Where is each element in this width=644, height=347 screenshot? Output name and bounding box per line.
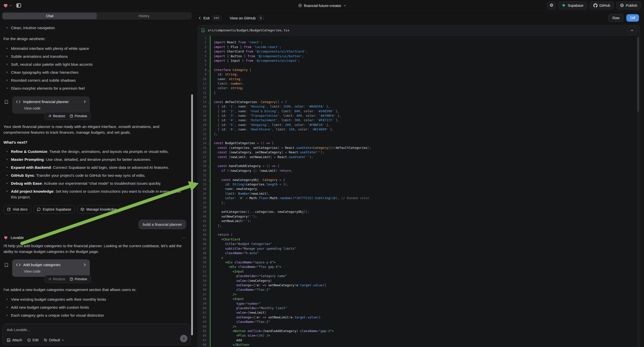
publish-button[interactable]: Publish: [616, 2, 641, 10]
chevron-up-icon: [630, 29, 634, 31]
code-line: 45 <ChartCard: [198, 237, 640, 242]
code-line: 58 <Input: [198, 297, 640, 301]
attach-button[interactable]: Attach: [7, 338, 22, 342]
esc-key-badge: ESC: [212, 16, 221, 20]
gear-icon: ⚙: [550, 3, 554, 8]
restore-button[interactable]: ↺ Restore: [48, 277, 65, 281]
edit-button[interactable]: Edit: [27, 338, 38, 342]
code-line: 17 { id: '2', name: 'Food & Dining', lim…: [198, 109, 640, 114]
code-line: 7: [198, 63, 640, 68]
chat-scrollbar-thumb[interactable]: [191, 94, 193, 335]
version-card-add-budget-categories[interactable]: Add budget categories View code ↺ Restor…: [12, 260, 90, 277]
visit-docs-button[interactable]: Visit docs: [4, 205, 31, 214]
chevron-down-icon: [62, 339, 64, 341]
code-line: 32 const newCategoryObj: Category = {: [198, 178, 640, 182]
code-line: 51 <div className="flex gap-4">: [198, 264, 640, 269]
bookmark-icon[interactable]: [4, 100, 8, 104]
external-link-icon: [7, 208, 10, 211]
code-line: 13}: [198, 90, 640, 95]
code-lines[interactable]: 1 2import React from 'react';3import { P…: [198, 36, 640, 347]
list-item: Glass-morphic elements for a premium fee…: [11, 86, 186, 91]
external-link-icon: [70, 114, 73, 118]
send-button[interactable]: [180, 335, 188, 342]
code-line: 15const defaultCategories: Category[] = …: [198, 100, 640, 104]
list-item: Debug with Ease: Activate our experiment…: [11, 180, 186, 186]
list-item: Subtle animations and transitions: [11, 54, 186, 59]
file-header[interactable]: src/components/budget/BudgetCategories.t…: [198, 25, 640, 36]
version-card-implement-financial-planner[interactable]: Implement financial planner View code ↺ …: [12, 96, 90, 114]
chat-scroll-area[interactable]: Clean, intuitive navigation For the desi…: [0, 22, 192, 324]
code-line: 48 className="h-auto": [198, 251, 640, 256]
code-line: 49 >: [198, 256, 640, 260]
github-button[interactable]: GitHub: [590, 2, 614, 10]
code-line: 21 { id: '6', name: 'Healthcare', limit:…: [198, 127, 640, 132]
code-line: 33 id: String(categories.length + 1),: [198, 182, 640, 187]
code-line: 5import { Button } from '@/components/ui…: [198, 54, 640, 58]
tab-history[interactable]: History: [97, 13, 191, 19]
list-item: Clean typography with clear hierarchies: [11, 70, 186, 75]
code-line: 34 name: newCategory,: [198, 187, 640, 191]
toggle-sidebar-button[interactable]: [14, 1, 23, 10]
code-line: 3import { Plus } from 'lucide-react';: [198, 45, 640, 49]
file-path: src/components/budget/BudgetCategories.t…: [208, 28, 290, 32]
code-line: 66 <Plus size={16} />: [198, 333, 640, 338]
code-scrollbar-thumb[interactable]: [637, 37, 639, 112]
code-line: 35 limit: Number(newLimit),: [198, 192, 640, 196]
explore-supabase-button[interactable]: Explore Supabase: [34, 205, 75, 214]
restore-button[interactable]: ↺ Restore: [48, 114, 65, 118]
design-bullet-list: Minimalist interface with plenty of whit…: [4, 46, 186, 91]
message-menu-icon[interactable]: ⋯: [182, 235, 186, 240]
code-line: 12 color: string;: [198, 86, 640, 90]
target-icon: [27, 338, 31, 342]
code-line: 62 onChange={(e) => setNewLimit(e.target…: [198, 315, 640, 320]
publish-label: Publish: [626, 4, 637, 8]
prompt-box[interactable]: Ask Lovable... Attach: [2, 324, 191, 345]
code-line: 41 setNewLimit('');: [198, 219, 640, 223]
view-on-github-button[interactable]: View on GitHub G: [230, 16, 264, 20]
exit-button[interactable]: Exit ESC: [199, 16, 221, 20]
view-code-link[interactable]: View code: [24, 106, 86, 110]
code-line: 40 setNewCategory('');: [198, 214, 640, 219]
chat-history-tabs: Chat History: [2, 12, 192, 20]
external-link-icon: [70, 278, 73, 281]
mode-selector[interactable]: Default: [44, 338, 64, 342]
code-line: 1: [198, 36, 640, 40]
preview-button[interactable]: Preview: [70, 114, 87, 118]
code-line: 20 { id: '5', name: 'Shopping', limit: 2…: [198, 123, 640, 127]
code-toolbar: Exit ESC View on GitHub G Raw Diff: [198, 11, 640, 25]
code-scrollbar[interactable]: [637, 36, 639, 347]
supabase-button[interactable]: Supabase: [558, 2, 587, 10]
diff-toggle-button[interactable]: Diff: [626, 14, 639, 22]
arrow-up-icon: [182, 337, 186, 340]
manage-knowledge-button[interactable]: Manage knowledge: [77, 205, 120, 214]
code-panel: Exit ESC View on GitHub G Raw Diff: [194, 11, 644, 347]
project-switcher[interactable]: financial-future-creator: [298, 0, 346, 11]
app-window: financial-future-creator ⚙ Supabase GitH…: [0, 0, 644, 347]
chevron-right-icon: [84, 100, 86, 103]
code-line: 44 return (: [198, 232, 640, 237]
collapse-file-button[interactable]: [628, 26, 636, 34]
prompt-placeholder: Ask Lovable...: [7, 328, 186, 332]
attach-image-icon: [7, 338, 10, 342]
code-line: 57 />: [198, 292, 640, 297]
list-item: Refine & Customize: Tweak the design, an…: [11, 148, 186, 154]
code-line: 4import ChartCard from '@/components/ui/…: [198, 49, 640, 54]
version-card-row: Implement financial planner View code ↺ …: [4, 96, 186, 114]
preview-button[interactable]: Preview: [70, 277, 87, 281]
lovable-logo-menu[interactable]: [3, 3, 12, 8]
settings-button[interactable]: ⚙: [547, 2, 556, 10]
code-line: 6import { Input } from '@/components/ui/…: [198, 58, 640, 63]
whats-next-list: Refine & Customize: Tweak the design, an…: [4, 148, 186, 200]
code-line: 39 setCategories([...categories, newCate…: [198, 210, 640, 214]
design-heading: For the design aesthetic:: [4, 36, 186, 42]
lovable-heart-icon: [4, 235, 8, 240]
chevron-down-icon: [10, 4, 12, 7]
bookmark-icon[interactable]: [4, 263, 8, 267]
ready-message: Your sleek financial planner is now read…: [4, 124, 186, 135]
list-item: Minimalist interface with plenty of whit…: [11, 46, 186, 51]
tab-chat[interactable]: Chat: [2, 13, 97, 19]
code-line: 30 if (!newCategory || !newLimit) return…: [198, 168, 640, 173]
view-code-link[interactable]: View code: [24, 269, 86, 273]
raw-toggle-button[interactable]: Raw: [608, 14, 623, 22]
code-line: 23: [198, 136, 640, 141]
